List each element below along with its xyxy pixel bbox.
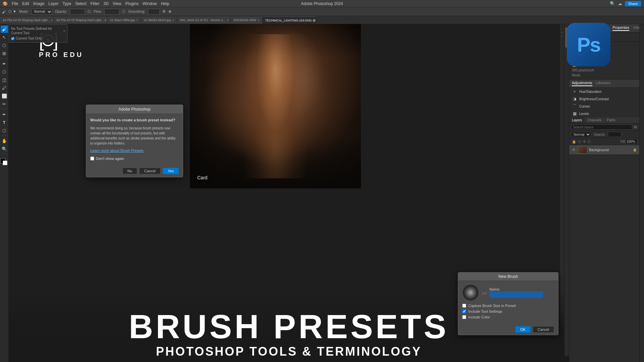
tool-shape[interactable]: ⬡: [1, 127, 8, 134]
menu-layer[interactable]: Layer: [48, 1, 58, 6]
adj-hue-saturation[interactable]: ≈ Hue/Saturation: [569, 88, 639, 95]
tool-zoom[interactable]: 🔍: [1, 145, 8, 153]
dialog-no-button[interactable]: No: [122, 168, 137, 174]
panel-tab-info[interactable]: Info: [633, 25, 639, 31]
resolution-value: 300 pixels/inch: [572, 68, 594, 72]
tab-0[interactable]: 94-The Art Of Shaping Hard Light... ×: [0, 16, 54, 24]
opacity-input[interactable]: 100%: [70, 9, 85, 15]
tool-lasso[interactable]: ⬡: [1, 42, 8, 49]
include-tool-checkbox[interactable]: [462, 309, 466, 313]
flow-input[interactable]: 100%: [104, 9, 119, 15]
blend-mode-select[interactable]: Normal: [571, 132, 591, 137]
collapse-arrow-up[interactable]: ›: [560, 32, 564, 33]
tab-close-4[interactable]: ×: [227, 18, 229, 22]
libraries-tab[interactable]: Libraries: [596, 81, 610, 86]
big-subtitle: PHOTOSHOP TOOLS & TERMINOLOGY: [156, 345, 422, 359]
big-title: BRUSH PRESETS: [129, 310, 449, 343]
mode-select[interactable]: Normal: [31, 9, 52, 15]
tool-gradient[interactable]: ⬜: [1, 92, 8, 100]
close-tooltip-btn[interactable]: ×: [63, 29, 65, 33]
brush-name-input[interactable]: Soft Round 125 1: [489, 291, 543, 298]
tab-close-3[interactable]: ×: [172, 18, 174, 22]
tab-3[interactable]: v2-3b6dm-bb0r6.jpg ×: [141, 16, 177, 24]
menu-select[interactable]: Select: [75, 1, 86, 6]
layers-tab[interactable]: Layers: [569, 117, 585, 123]
menu-items[interactable]: 🎨 File Edit Image Layer Type Select Filt…: [3, 1, 169, 6]
airbrush-icon[interactable]: ⬡: [122, 9, 125, 14]
tool-crop[interactable]: ⊞: [1, 50, 8, 57]
channels-tab[interactable]: Channels: [585, 117, 604, 123]
menu-help[interactable]: Help: [161, 1, 169, 6]
dont-show-again-checkbox[interactable]: [90, 157, 94, 161]
cloud-icon[interactable]: ☁: [618, 1, 622, 6]
nb-name-label: Name:: [489, 287, 500, 291]
smoothing-input[interactable]: 10%: [148, 9, 160, 15]
menu-plugins[interactable]: Plugins: [125, 1, 139, 6]
layers-search-input[interactable]: [571, 124, 632, 130]
vertical-scrollbar[interactable]: [564, 24, 569, 356]
menu-image[interactable]: Image: [33, 1, 44, 6]
fill-value-input[interactable]: [626, 139, 637, 144]
share-button[interactable]: Share: [625, 1, 641, 6]
tool-heal[interactable]: ✒: [1, 60, 8, 67]
dialog-learn-more-link[interactable]: Learn more about Brush Presets: [90, 148, 144, 153]
adjustments-tab[interactable]: Adjustments: [572, 81, 592, 86]
current-tool-checkbox[interactable]: [11, 37, 14, 40]
adj-curves[interactable]: ⌒ Curves: [569, 103, 639, 110]
lock-pixels-icon[interactable]: ⬡: [577, 139, 582, 144]
tool-paint[interactable]: 🖊: [1, 84, 8, 92]
filter-kind-icon[interactable]: ⚙: [634, 125, 637, 129]
menu-window[interactable]: Window: [143, 1, 157, 6]
tab-6[interactable]: TECHNICAL_LIGHTING-243.DNG @ 33.3% (RGB/…: [263, 16, 316, 24]
tool-select[interactable]: ↖: [1, 34, 8, 41]
settings-icon[interactable]: ⚙: [162, 9, 166, 14]
dialog-cancel-button[interactable]: Cancel: [139, 168, 161, 174]
menu-filter[interactable]: Filter: [91, 1, 100, 6]
new-brush-ok-button[interactable]: OK: [515, 326, 531, 333]
brush-picker[interactable]: ⬡ ▼: [8, 9, 16, 14]
foreground-color[interactable]: [0, 158, 6, 164]
menu-view[interactable]: View: [113, 1, 121, 6]
tool-dodge[interactable]: ✏: [1, 100, 8, 108]
tab-5[interactable]: DSC06339.ARW ×: [231, 16, 262, 24]
adjustments-list: ≈ Hue/Saturation ◑ Brightness/Contrast ⌒…: [569, 88, 639, 117]
tool-clone[interactable]: ⬡: [1, 68, 8, 75]
new-brush-cancel-button[interactable]: Cancel: [533, 326, 554, 333]
adj-lib-tabs: Adjustments Libraries: [569, 79, 639, 88]
pen-pressure-icon[interactable]: ⬡: [88, 9, 91, 14]
paths-tab[interactable]: Paths: [604, 117, 618, 123]
layer-visibility-icon[interactable]: 👁: [572, 148, 576, 152]
lock-pos-icon[interactable]: ✛: [582, 139, 586, 144]
menu-3d[interactable]: 3D: [103, 1, 108, 6]
tool-type[interactable]: T: [1, 119, 8, 126]
adj-brightness-contrast[interactable]: ◑ Brightness/Contrast: [569, 95, 639, 103]
search-icon[interactable]: 🔍: [610, 1, 615, 6]
panel-tab-properties[interactable]: Properties: [612, 25, 629, 31]
tab-4[interactable]: IMG_0026 (12 of 37) - Version 2... ×: [177, 16, 231, 24]
lock-all-icon[interactable]: 🔒: [571, 139, 577, 144]
adj-levels[interactable]: ▦ Levels: [569, 110, 639, 117]
capture-size-checkbox[interactable]: [462, 304, 466, 308]
opacity-value-input[interactable]: 100%: [608, 132, 621, 137]
tool-brush[interactable]: 🖌: [1, 25, 8, 33]
angle-icon[interactable]: ⊕: [168, 9, 171, 14]
tab-close-2[interactable]: ×: [136, 18, 138, 22]
menu-file[interactable]: File: [12, 1, 18, 6]
tool-hand[interactable]: ✋: [1, 137, 8, 144]
background-color[interactable]: [3, 161, 7, 165]
lock-artboard-icon[interactable]: ⬡: [587, 139, 591, 144]
collapse-arrow-down[interactable]: ‹: [560, 36, 564, 37]
menu-edit[interactable]: Edit: [22, 1, 29, 6]
resolution-row: 300 pixels/inch: [572, 68, 637, 72]
tab-2[interactable]: v2-3bazr-r5fhw.jpg ×: [107, 16, 141, 24]
tab-close-5[interactable]: ×: [258, 18, 260, 22]
dialog-yes-button[interactable]: Yes: [163, 168, 179, 174]
layer-background[interactable]: 👁 Background 🔒: [569, 145, 639, 155]
tab-1[interactable]: 94-The Art Of Shaping Hard Light...-2.ps…: [54, 16, 107, 24]
tool-pen[interactable]: ✒: [1, 111, 8, 118]
tab-close-0[interactable]: ×: [51, 18, 53, 22]
color-swatches[interactable]: [0, 157, 8, 165]
menu-type[interactable]: Type: [62, 1, 71, 6]
include-color-checkbox[interactable]: [462, 315, 466, 319]
tool-eraser[interactable]: ◫: [1, 76, 8, 83]
